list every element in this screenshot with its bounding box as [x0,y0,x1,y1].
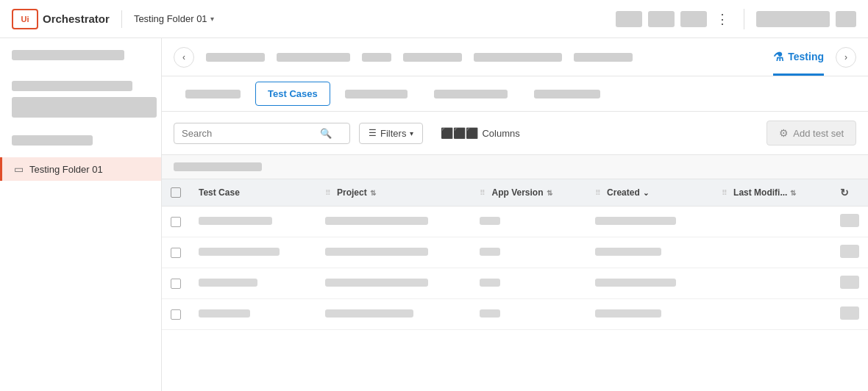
sidebar-item-testing-folder[interactable]: ▭ Testing Folder 01 [0,157,161,181]
toolbar: 🔍 ☰ Filters ▾ ⬛⬛⬛ Columns ⚙ Add test set [162,112,868,155]
table-row [162,299,868,330]
row4-app-version [471,299,586,330]
sidebar-ph-1 [12,50,124,60]
logo-ui-text: Ui [21,15,29,24]
th-last-modified[interactable]: ⠿ Last Modifi... ⇅ [713,179,831,207]
row3-app-version [471,268,586,299]
sub-nav-right-arrow[interactable]: › [836,47,856,68]
table-header-row: Test Case ⠿ Project ⇅ ⠿ [162,179,868,207]
tab-5[interactable] [522,84,612,104]
row3-version-ph [480,279,500,287]
main-layout: ▭ Testing Folder 01 ‹ ⚗ Testing › [0,38,868,391]
row3-name-ph [199,279,257,287]
nav-more-dots[interactable]: ⋮ [713,11,732,27]
row3-project-ph [325,279,428,287]
col-dots-project: ⠿ [325,189,331,197]
row2-project-ph [325,248,428,256]
nav-icon-block-3[interactable] [680,11,707,27]
row3-checkbox[interactable] [171,279,181,289]
nav-icon-block-2[interactable] [648,11,675,27]
nav-divider-1 [121,10,122,28]
search-box[interactable]: 🔍 [174,123,350,144]
data-table: Test Case ⠿ Project ⇅ ⠿ [162,179,868,330]
sidebar-ph-4 [12,135,93,146]
sub-nav-ph-5 [474,53,562,62]
search-icon: 🔍 [320,128,332,139]
row2-action-btn[interactable] [840,245,859,258]
columns-button[interactable]: ⬛⬛⬛ Columns [432,123,528,143]
table-header-info [174,162,262,171]
tab-test-cases[interactable]: Test Cases [255,82,330,106]
sub-nav-ph-4 [403,53,462,62]
row2-last-modified [713,237,831,268]
row4-checkbox[interactable] [171,309,181,320]
row2-action [831,237,868,268]
nav-user-block[interactable] [756,11,830,27]
tab-4[interactable] [422,84,519,104]
add-test-set-button[interactable]: ⚙ Add test set [766,121,856,146]
sub-nav-ph-6 [574,53,633,62]
table-row [162,207,868,237]
row1-checkbox[interactable] [171,217,181,227]
tab-bar: Test Cases [162,76,868,112]
tab-3[interactable] [333,84,419,104]
tab-1-placeholder [185,90,241,98]
row4-action-btn[interactable] [840,306,859,320]
row1-name-ph [199,217,272,225]
row4-checkbox-cell [162,299,190,330]
th-refresh[interactable]: ↻ [831,179,868,207]
row3-action-btn[interactable] [840,276,859,289]
sub-nav-testing-tab[interactable]: ⚗ Testing [773,38,824,76]
sub-nav-ph-2 [277,53,350,62]
tab-3-placeholder [345,90,408,98]
th-project[interactable]: ⠿ Project ⇅ [316,179,472,207]
row1-version-ph [480,217,500,225]
row1-checkbox-cell [162,207,190,237]
tab-1[interactable] [174,84,252,104]
folder-item-label: Testing Folder 01 [29,164,103,175]
row3-created-ph [595,279,676,287]
sub-nav-ph-1 [206,53,265,62]
row3-checkbox-cell [162,268,190,299]
nav-separator [744,9,744,29]
row3-action [831,268,868,299]
orchestrator-brand: Orchestrator [43,12,110,25]
search-input[interactable] [182,128,314,139]
th-test-case[interactable]: Test Case [190,179,316,207]
tab-5-placeholder [534,90,600,98]
sub-nav-ph-3 [362,53,391,62]
filter-icon: ☰ [369,128,377,138]
row2-app-version [471,237,586,268]
filters-button[interactable]: ☰ Filters ▾ [359,123,423,144]
testing-tab-label: Testing [788,51,824,62]
row3-last-modified [713,268,831,299]
row2-project [316,237,472,268]
row2-checkbox[interactable] [171,248,181,258]
content-area: ‹ ⚗ Testing › Test Cases [162,38,868,391]
row1-app-version [471,207,586,237]
folder-selector[interactable]: Testing Folder 01 ▾ [134,13,214,24]
th-created[interactable]: ⠿ Created ⌄ [586,179,713,207]
row3-project [316,268,472,299]
row2-created [586,237,713,268]
row3-created [586,268,713,299]
refresh-icon[interactable]: ↻ [840,187,849,198]
th-app-version[interactable]: ⠿ App Version ⇅ [471,179,586,207]
nav-icon-block-1[interactable] [616,11,642,27]
row4-action [831,299,868,330]
row1-created-ph [595,217,676,225]
row4-created-ph [595,309,661,318]
logo-area: Ui Orchestrator [12,9,110,29]
top-navbar: Ui Orchestrator Testing Folder 01 ▾ ⋮ [0,0,868,38]
row2-test-case [190,237,316,268]
row1-test-case [190,207,316,237]
row1-action-btn[interactable] [840,214,859,227]
col-dots-app-version: ⠿ [480,189,485,197]
row4-project [316,299,472,330]
table-section: Test Case ⠿ Project ⇅ ⠿ [162,155,868,391]
sub-nav-left-arrow[interactable]: ‹ [174,47,194,68]
row4-version-ph [480,309,500,318]
nav-avatar-block[interactable] [836,11,856,27]
select-all-checkbox[interactable] [171,187,181,198]
uipath-logo-box: Ui [12,9,38,29]
